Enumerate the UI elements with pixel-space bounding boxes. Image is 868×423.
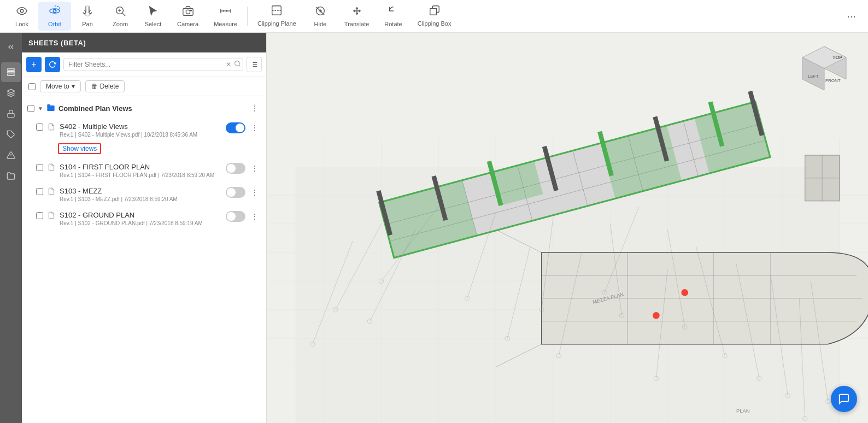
sidebar-issues-icon[interactable] (1, 145, 21, 165)
select-icon (147, 5, 159, 19)
move-to-chevron: ▾ (72, 83, 75, 90)
group-checkbox[interactable] (27, 105, 34, 112)
toolbar-look[interactable]: Look (5, 2, 38, 31)
toolbar-select[interactable]: Select (137, 2, 169, 31)
delete-button[interactable]: 🗑 Delete (85, 80, 125, 92)
svg-text:FRONT: FRONT (825, 78, 841, 83)
sheet-s102-more[interactable]: ⋮ (249, 211, 261, 222)
sheet-file-icon (48, 123, 55, 132)
toolbar-rotate[interactable]: Rotate (377, 2, 409, 31)
toolbar-measure[interactable]: Measure (206, 2, 245, 31)
sheet-s103-more[interactable]: ⋮ (249, 187, 261, 198)
viewer-area[interactable]: MEZZA PLAN PLAN TOP LEFT FRONT (267, 33, 868, 423)
sidebar-sheets-icon[interactable] (1, 62, 21, 82)
sheet-s102-actions: ⋮ (226, 211, 261, 222)
toolbar-orbit[interactable]: Orbit (38, 2, 71, 31)
translate-icon (351, 5, 363, 19)
move-to-button[interactable]: Move to ▾ (40, 80, 81, 92)
filter-search-icon[interactable] (234, 60, 241, 69)
zoom-icon (114, 5, 126, 19)
svg-point-84 (653, 312, 660, 319)
list-view-button[interactable] (247, 57, 262, 72)
sheet-file-icon (48, 212, 55, 221)
group-chevron-icon: ▼ (38, 105, 43, 111)
sheets-toolbar: + ✕ (22, 52, 266, 77)
look-icon (16, 5, 28, 19)
sheet-item-s104[interactable]: S104 - FIRST FLOOR PLAN Rev.1 | S104 - F… (22, 158, 266, 183)
main-area: SHEETS (BETA) + ✕ (0, 33, 868, 423)
filter-clear-icon[interactable]: ✕ (226, 61, 231, 68)
sheet-s402-toggle[interactable] (226, 122, 245, 133)
chat-button[interactable] (831, 386, 857, 412)
sidebar-models-icon[interactable] (1, 166, 21, 186)
camera-icon (182, 5, 194, 19)
sheet-s402-actions: ⋮ (226, 122, 261, 133)
filter-sheets-input[interactable] (63, 58, 243, 71)
sheet-item-s402[interactable]: S402 - Multiple Views Rev.1 | S402 - Mul… (22, 118, 266, 142)
toolbar-more-button[interactable]: ··· (840, 7, 863, 26)
svg-point-1 (53, 9, 56, 13)
toolbar-divider-1 (247, 7, 248, 26)
sheet-s402-more[interactable]: ⋮ (249, 122, 261, 133)
sheet-s104-checkbox[interactable] (36, 164, 43, 171)
toolbar-zoom[interactable]: Zoom (104, 2, 137, 31)
toolbar-camera[interactable]: Camera (169, 2, 206, 31)
sheet-s102-info: S102 - GROUND PLAN Rev.1 | S102 - GROUND… (60, 211, 221, 226)
sidebar-properties-icon[interactable] (1, 104, 21, 124)
sheet-s102-toggle[interactable] (226, 211, 245, 222)
toolbar-clipping-box[interactable]: Clipping Box (410, 1, 459, 31)
sheet-s104-more[interactable]: ⋮ (249, 163, 261, 174)
svg-rect-21 (8, 69, 14, 70)
sheet-s104-info: S104 - FIRST FLOOR PLAN Rev.1 | S104 - F… (60, 163, 221, 178)
svg-point-0 (20, 9, 24, 13)
sheets-panel-header: SHEETS (BETA) (22, 33, 266, 52)
clipping-box-icon (429, 4, 441, 18)
svg-point-29 (235, 61, 240, 66)
group-more-button[interactable]: ⋮ (249, 103, 261, 114)
svg-point-83 (681, 289, 688, 296)
group-combined-plan-views[interactable]: ▼ Combined Plan Views ⋮ (22, 98, 266, 118)
sheet-s103-actions: ⋮ (226, 187, 261, 198)
sidebar-tags-icon[interactable] (1, 125, 21, 144)
sheet-file-icon (48, 163, 55, 173)
add-sheet-button[interactable]: + (26, 57, 42, 72)
svg-rect-22 (8, 72, 14, 73)
toolbar-pan[interactable]: Pan (71, 2, 104, 31)
sheet-s103-toggle[interactable] (226, 187, 245, 198)
clipping-plane-icon (271, 4, 283, 18)
sheet-s402-checkbox[interactable] (36, 124, 43, 131)
refresh-sheets-button[interactable] (45, 57, 60, 72)
sheets-panel: SHEETS (BETA) + ✕ (22, 33, 267, 423)
orbit-icon (49, 5, 61, 19)
svg-point-10 (190, 10, 191, 11)
sheet-s103-info: S103 - MEZZ Rev.1 | S103 - MEZZ.pdf | 7/… (60, 187, 221, 202)
sheet-s102-checkbox[interactable] (36, 212, 43, 219)
toolbar-translate[interactable]: Translate (337, 2, 377, 31)
top-toolbar: Look Orbit Pan Zoom Select Camera Meas (0, 0, 868, 33)
3d-viewport: MEZZA PLAN PLAN (267, 33, 868, 423)
group-folder-icon (46, 103, 55, 114)
toolbar-clipping-plane[interactable]: Clipping Plane (250, 1, 304, 31)
select-all-checkbox[interactable] (28, 83, 36, 90)
sidebar-collapse-button[interactable] (1, 37, 21, 57)
show-views-button[interactable]: Show views (58, 143, 101, 154)
sidebar-icons (0, 33, 22, 423)
left-panel: SHEETS (BETA) + ✕ (0, 33, 267, 423)
svg-rect-23 (8, 74, 14, 75)
sheet-s104-toggle[interactable] (226, 163, 245, 174)
svg-text:LEFT: LEFT (808, 74, 819, 79)
sheet-item-s103[interactable]: S103 - MEZZ Rev.1 | S103 - MEZZ.pdf | 7/… (22, 183, 266, 207)
rotate-icon (388, 5, 400, 19)
sheet-item-s102[interactable]: S102 - GROUND PLAN Rev.1 | S102 - GROUND… (22, 207, 266, 231)
svg-text:PLAN: PLAN (736, 408, 750, 414)
hide-icon (314, 5, 326, 19)
svg-text:TOP: TOP (832, 55, 842, 60)
svg-rect-20 (430, 9, 436, 15)
pan-icon (81, 5, 93, 19)
sheet-file-icon (48, 187, 55, 197)
nav-cube[interactable]: TOP LEFT FRONT (797, 44, 852, 93)
sheet-s103-checkbox[interactable] (36, 188, 43, 195)
sidebar-layers-icon[interactable] (1, 83, 21, 103)
svg-rect-8 (183, 8, 192, 15)
toolbar-hide[interactable]: Hide (304, 2, 337, 31)
